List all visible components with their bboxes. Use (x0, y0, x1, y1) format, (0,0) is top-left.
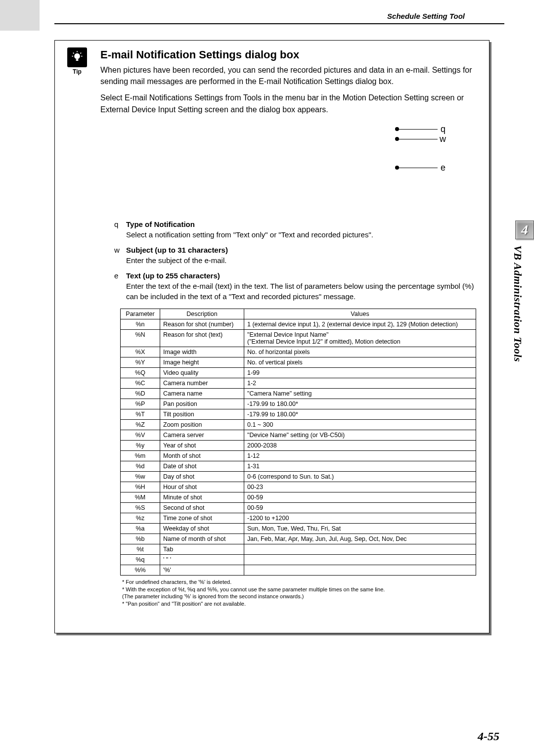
table-cell: "Device Name" setting (or VB-C50i) (244, 430, 476, 440)
table-cell: Image width (160, 347, 244, 357)
table-row: %NReason for shot (text)"External Device… (121, 329, 476, 347)
table-cell: "Camera Name" setting (244, 388, 476, 399)
table-row: %aWeekday of shotSun, Mon, Tue, Wed, Thu… (121, 523, 476, 534)
table-cell: %% (121, 565, 160, 575)
table-cell: Video quality (160, 367, 244, 378)
table-row: %bName of month of shotJan, Feb, Mar, Ap… (121, 534, 476, 544)
annot-q: q (441, 124, 445, 134)
table-cell: Pan position (160, 399, 244, 409)
table-cell: %Q (121, 367, 160, 378)
divider (54, 23, 504, 24)
table-cell: %z (121, 513, 160, 523)
table-cell: %q (121, 554, 160, 565)
table-cell: -1200 to +1200 (244, 513, 476, 523)
table-cell: Day of shot (160, 471, 244, 482)
table-row: %zTime zone of shot-1200 to +1200 (121, 513, 476, 523)
table-row: %VCamera server"Device Name" setting (or… (121, 430, 476, 440)
table-cell (244, 544, 476, 554)
table-cell: %V (121, 430, 160, 440)
table-cell: %d (121, 461, 160, 471)
table-cell: %w (121, 471, 160, 482)
table-cell: 1-31 (244, 461, 476, 471)
page-title: E-mail Notification Settings dialog box (100, 48, 477, 61)
table-row: %QVideo quality1-99 (121, 367, 476, 378)
svg-line-6 (80, 53, 81, 54)
table-row: %%'%' (121, 565, 476, 575)
table-row: %mMonth of shot1-12 (121, 450, 476, 461)
table-cell: %H (121, 482, 160, 492)
table-header: Parameter (121, 309, 160, 319)
table-row: %CCamera number1-2 (121, 378, 476, 388)
table-cell: %Z (121, 419, 160, 430)
table-cell: %X (121, 347, 160, 357)
table-cell: 2000-2038 (244, 440, 476, 450)
table-cell: -179.99 to 180.00* (244, 409, 476, 419)
table-cell: -179.99 to 180.00* (244, 399, 476, 409)
table-cell: %N (121, 329, 160, 347)
table-cell: Jan, Feb, Mar, Apr, May, Jun, Jul, Aug, … (244, 534, 476, 544)
definition-item: eText (up to 255 characters)Enter the te… (100, 270, 477, 302)
svg-point-0 (74, 53, 80, 59)
table-cell: %S (121, 502, 160, 513)
table-cell: 1 (external device input 1), 2 (external… (244, 319, 476, 329)
table-cell: "External Device Input Name"("External D… (244, 329, 476, 347)
parameter-table: ParameterDescriptionValues %nReason for … (120, 309, 476, 576)
annot-e: e (441, 163, 445, 173)
table-row: %YImage heightNo. of vertical pixels (121, 357, 476, 367)
table-cell: %P (121, 399, 160, 409)
table-cell: 1-2 (244, 378, 476, 388)
table-cell: %Y (121, 357, 160, 367)
table-cell: %a (121, 523, 160, 534)
table-cell: %n (121, 319, 160, 329)
table-cell: %C (121, 378, 160, 388)
table-row: %TTilt position-179.99 to 180.00* (121, 409, 476, 419)
page-number: 4-55 (478, 730, 499, 743)
table-cell: Date of shot (160, 461, 244, 471)
table-row: %q' " ' (121, 554, 476, 565)
svg-rect-1 (76, 59, 79, 61)
table-row: %wDay of shot0-6 (correspond to Sun. to … (121, 471, 476, 482)
table-cell: '%' (160, 565, 244, 575)
table-row: %MMinute of shot00-59 (121, 492, 476, 502)
table-cell: Image height (160, 357, 244, 367)
table-cell: Camera number (160, 378, 244, 388)
definition-item: wSubject (up to 31 characters)Enter the … (100, 245, 477, 266)
table-row: %ZZoom position0.1 ~ 300 (121, 419, 476, 430)
table-row: %XImage widthNo. of horizontal pixels (121, 347, 476, 357)
table-row: %HHour of shot00-23 (121, 482, 476, 492)
table-cell: Month of shot (160, 450, 244, 461)
table-cell: Camera server (160, 430, 244, 440)
table-cell: Minute of shot (160, 492, 244, 502)
table-cell: Year of shot (160, 440, 244, 450)
table-cell: 00-23 (244, 482, 476, 492)
annot-w: w (440, 134, 446, 144)
table-cell: No. of horizontal pixels (244, 347, 476, 357)
table-row: %tTab (121, 544, 476, 554)
chapter-badge: 4 (515, 221, 534, 239)
table-row: %nReason for shot (number)1 (external de… (121, 319, 476, 329)
table-cell: %t (121, 544, 160, 554)
table-cell: %m (121, 450, 160, 461)
table-row: %yYear of shot2000-2038 (121, 440, 476, 450)
table-cell: 1-99 (244, 367, 476, 378)
table-cell: Sun, Mon, Tue, Wed, Thu, Fri, Sat (244, 523, 476, 534)
table-cell: %b (121, 534, 160, 544)
table-cell: Zoom position (160, 419, 244, 430)
table-cell: 00-59 (244, 502, 476, 513)
table-cell: ' " ' (160, 554, 244, 565)
table-row: %DCamera name"Camera Name" setting (121, 388, 476, 399)
table-cell: No. of vertical pixels (244, 357, 476, 367)
table-row: %dDate of shot1-31 (121, 461, 476, 471)
table-cell: 1-12 (244, 450, 476, 461)
table-cell: Name of month of shot (160, 534, 244, 544)
side-accent (0, 0, 40, 31)
lightbulb-icon (67, 47, 87, 67)
intro-paragraph-2: Select E-mail Notifications Settings fro… (100, 92, 477, 115)
table-cell: Hour of shot (160, 482, 244, 492)
table-header: Values (244, 309, 476, 319)
table-cell: %y (121, 440, 160, 450)
breadcrumb: Schedule Setting Tool (387, 12, 465, 20)
footnotes: * For undefined characters, the '%' is d… (122, 578, 477, 608)
table-row: %SSecond of shot00-59 (121, 502, 476, 513)
svg-line-5 (73, 53, 74, 54)
